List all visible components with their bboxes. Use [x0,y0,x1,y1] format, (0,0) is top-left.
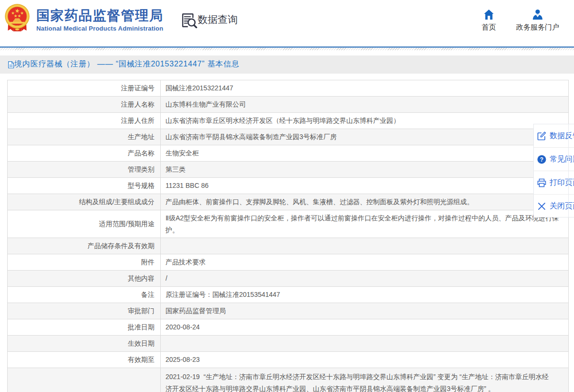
svg-text:?: ? [540,156,543,163]
